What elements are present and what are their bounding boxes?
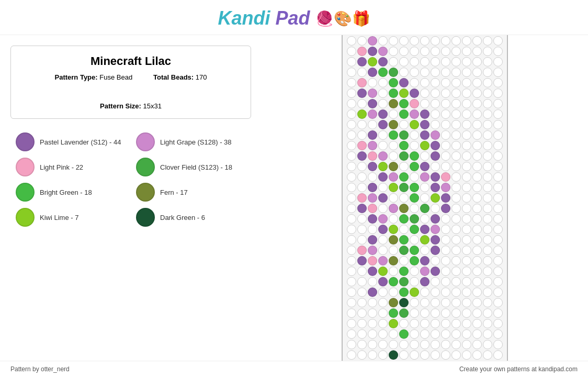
bead <box>410 267 419 276</box>
bead <box>431 193 440 203</box>
bead <box>441 308 450 318</box>
color-swatch <box>136 208 155 227</box>
bead <box>462 319 471 328</box>
bead <box>462 350 471 360</box>
bead <box>472 225 482 234</box>
bead <box>399 36 409 46</box>
bead <box>420 287 429 297</box>
bead <box>378 78 388 87</box>
bead <box>493 36 503 46</box>
bead <box>399 88 409 98</box>
bead <box>347 57 356 66</box>
bead <box>378 120 388 129</box>
bead <box>410 204 419 213</box>
bead <box>357 172 367 182</box>
bead <box>451 350 461 360</box>
bead <box>441 329 450 339</box>
bead <box>493 214 503 224</box>
bead <box>493 225 503 234</box>
bead <box>420 225 429 234</box>
bead <box>493 246 503 255</box>
bead <box>493 235 503 245</box>
bead <box>451 214 461 224</box>
bead <box>472 308 482 318</box>
bead <box>493 68 503 77</box>
bead <box>410 130 419 140</box>
bead <box>451 298 461 307</box>
bead <box>472 298 482 307</box>
bead <box>441 246 450 255</box>
bead <box>347 193 356 203</box>
bead <box>420 267 429 276</box>
bead <box>462 172 471 182</box>
bead <box>431 235 440 245</box>
bead <box>399 109 409 119</box>
bead <box>410 99 419 108</box>
bead <box>493 130 503 140</box>
attribution: Pattern by otter_nerd <box>10 365 70 373</box>
bead <box>378 183 388 192</box>
bead <box>493 183 503 192</box>
bead <box>483 78 492 87</box>
bead <box>347 99 356 108</box>
bead <box>378 204 388 213</box>
bead <box>451 340 461 349</box>
color-swatch <box>136 132 155 151</box>
bead <box>378 277 388 286</box>
bead <box>472 88 482 98</box>
bead <box>493 287 503 297</box>
bead <box>347 235 356 245</box>
bead <box>389 246 398 255</box>
bead <box>441 68 450 77</box>
bead <box>493 57 503 66</box>
bead <box>378 141 388 150</box>
bead <box>451 204 461 213</box>
bead <box>389 350 398 360</box>
bead <box>451 78 461 87</box>
bead <box>431 256 440 265</box>
bead <box>389 308 398 318</box>
bead <box>368 99 377 108</box>
bead <box>483 267 492 276</box>
bead <box>347 130 356 140</box>
bead <box>441 109 450 119</box>
bead <box>378 308 388 318</box>
bead <box>472 151 482 161</box>
bead <box>472 340 482 349</box>
bead <box>462 130 471 140</box>
bead <box>451 57 461 66</box>
bead <box>357 267 367 276</box>
bead <box>420 204 429 213</box>
bead <box>389 78 398 87</box>
bead <box>431 319 440 328</box>
bead <box>347 68 356 77</box>
bead <box>462 57 471 66</box>
bead <box>368 130 377 140</box>
bead <box>357 214 367 224</box>
bead <box>462 36 471 46</box>
bead <box>462 47 471 56</box>
bead <box>451 68 461 77</box>
bead <box>493 88 503 98</box>
pattern-title: Minecraft Lilac <box>21 54 240 68</box>
bead <box>389 329 398 339</box>
bead <box>410 141 419 150</box>
bead <box>483 109 492 119</box>
bead <box>472 120 482 129</box>
bead <box>368 162 377 171</box>
bead <box>347 162 356 171</box>
bead <box>399 68 409 77</box>
bead <box>431 308 440 318</box>
color-label: Kiwi Lime - 7 <box>40 214 78 221</box>
bead <box>431 277 440 286</box>
bead <box>357 225 367 234</box>
bead <box>462 141 471 150</box>
bead <box>483 350 492 360</box>
bead <box>389 235 398 245</box>
bead <box>347 225 356 234</box>
bead <box>378 193 388 203</box>
bead <box>410 183 419 192</box>
bead <box>420 47 429 56</box>
bead <box>389 319 398 328</box>
bead <box>357 57 367 66</box>
